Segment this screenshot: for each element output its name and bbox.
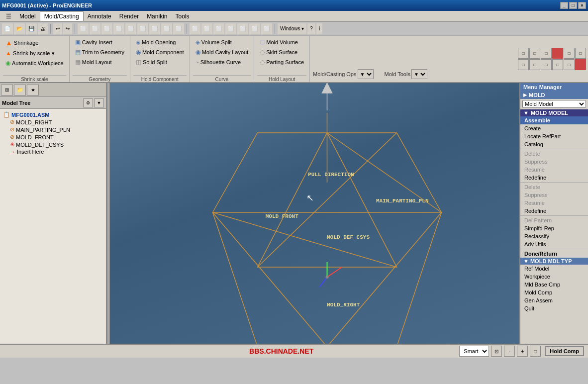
- toolbar-btn10[interactable]: ⬜: [190, 23, 200, 34]
- panel-tab-folder[interactable]: 📁: [14, 85, 26, 96]
- print-button[interactable]: 🖨: [38, 23, 48, 34]
- menu-item-create[interactable]: Create: [520, 124, 588, 132]
- toolbar-btn7[interactable]: ⬜: [149, 23, 160, 34]
- menu-item-done-return[interactable]: Done/Return: [520, 250, 588, 258]
- cavity-insert-button[interactable]: ▣ Cavity Insert: [73, 38, 127, 47]
- redo-button[interactable]: ↪: [63, 23, 72, 34]
- trim-to-geometry-button[interactable]: ▤ Trim to Geometry: [73, 48, 127, 57]
- tree-item-mold-right[interactable]: ⊘ MOLD_RIGHT: [2, 118, 104, 126]
- menu-item-locate-refpart[interactable]: Locate RefPart: [520, 132, 588, 140]
- tree-item-main-parting[interactable]: ⊘ MAIN_PARTING_PLN: [2, 126, 104, 133]
- zoom-fit-button[interactable]: ⊡: [491, 346, 502, 357]
- titlebar-controls[interactable]: _ □ ×: [560, 2, 586, 9]
- menu-item-manikin[interactable]: Manikin: [143, 12, 171, 21]
- icon-cell-5[interactable]: □: [564, 48, 575, 59]
- menu-item-ref-model[interactable]: Ref Model: [520, 265, 588, 273]
- tree-item-insert-here[interactable]: → Insert Here: [2, 148, 104, 155]
- toolbar-btn9[interactable]: ⬜: [173, 23, 184, 34]
- toolbar-btn4[interactable]: ⬜: [113, 23, 124, 34]
- open-button[interactable]: 📂: [14, 23, 25, 34]
- silhouette-curve-button[interactable]: ~ Silhouette Curve: [193, 58, 251, 67]
- info-btn[interactable]: i: [316, 23, 322, 34]
- skirt-surface-button[interactable]: ◌ Skirt Surface: [257, 48, 306, 57]
- menu-item-catalog[interactable]: Catalog: [520, 140, 588, 148]
- new-button[interactable]: 📄: [2, 23, 13, 34]
- zoom-reset-button[interactable]: □: [530, 346, 541, 357]
- help-btn[interactable]: ?: [307, 23, 315, 34]
- toolbar-btn1[interactable]: ⬜: [78, 23, 89, 34]
- menu-item-reclassify[interactable]: Reclassify: [520, 232, 588, 240]
- mold-model-select[interactable]: Mold Model: [522, 100, 586, 108]
- toolbar-btn12[interactable]: ⬜: [213, 23, 224, 34]
- menu-item-list[interactable]: ☰: [2, 12, 15, 21]
- mold-opening-button[interactable]: ◈ Mold Opening: [133, 38, 187, 47]
- menu-item-mold-comp[interactable]: Mold Comp: [520, 288, 588, 296]
- icon-cell-9[interactable]: □: [541, 59, 552, 70]
- toolbar-btn11[interactable]: ⬜: [201, 23, 212, 34]
- icon-cell-3[interactable]: □: [541, 48, 552, 59]
- icon-cell-1[interactable]: □: [518, 48, 529, 59]
- icon-cell-7[interactable]: □: [518, 59, 529, 70]
- mold-ops-dropdown[interactable]: ▼: [358, 69, 374, 79]
- toolbar-btn13[interactable]: ⬜: [225, 23, 236, 34]
- mold-cavity-layout-button[interactable]: ◉ Mold Cavity Layout: [193, 48, 251, 57]
- icon-cell-12[interactable]: [575, 59, 586, 70]
- toolbar-btn6[interactable]: ⬜: [137, 23, 148, 34]
- menu-item-quit[interactable]: Quit: [520, 304, 588, 312]
- menu-item-moldcasting[interactable]: Mold/Casting: [40, 11, 84, 21]
- shrinkage-button[interactable]: ▲ Shrinkage: [3, 38, 66, 48]
- toolbar-btn15[interactable]: ⬜: [249, 23, 260, 34]
- mold-layout-button[interactable]: ▦ Mold Layout: [73, 58, 127, 67]
- tree-item-mold-def-csys[interactable]: ✳ MOLD_DEF_CSYS: [2, 141, 104, 148]
- tree-filter-button[interactable]: ▼: [94, 98, 104, 107]
- tree-item-root[interactable]: 📋 MFG0001.ASM: [2, 111, 104, 118]
- menu-item-tools[interactable]: Tools: [171, 12, 193, 21]
- toolbar-btn8[interactable]: ⬜: [161, 23, 172, 34]
- mold-header[interactable]: ▶ MOLD: [520, 91, 588, 99]
- close-button[interactable]: ×: [578, 2, 586, 9]
- windows-button[interactable]: Windows ▾: [278, 23, 306, 34]
- menu-item-adv-utils[interactable]: Adv Utils: [520, 240, 588, 248]
- menu-item-model[interactable]: Model: [15, 12, 40, 21]
- menu-item-simplfd-rep[interactable]: Simplfd Rep: [520, 224, 588, 232]
- icon-cell-4[interactable]: [552, 48, 563, 59]
- mold-volume-button[interactable]: ⬡ Mold Volume: [257, 38, 306, 47]
- mold-component-button[interactable]: ◉ Mold Component: [133, 48, 187, 57]
- menu-item-gen-assem[interactable]: Gen Assem: [520, 296, 588, 304]
- icon-cell-2[interactable]: □: [529, 48, 540, 59]
- menu-item-redefine-1[interactable]: Redefine: [520, 174, 588, 182]
- panel-tab-tree[interactable]: ⊞: [1, 85, 13, 96]
- viewport[interactable]: PULL DIRECTION MOLD_FRONT MAIN_PARTING_P…: [110, 83, 519, 344]
- volume-split-button[interactable]: ◈ Volume Split: [193, 38, 251, 47]
- menu-item-assemble[interactable]: Assemble: [520, 116, 588, 124]
- menu-item-render[interactable]: Render: [115, 12, 143, 21]
- icon-cell-8[interactable]: □: [529, 59, 540, 70]
- toolbar-btn2[interactable]: ⬜: [90, 23, 100, 34]
- parting-surface-button[interactable]: ◌ Parting Surface: [257, 58, 306, 67]
- minimize-button[interactable]: _: [560, 2, 568, 9]
- toolbar-btn16[interactable]: ⬜: [261, 23, 272, 34]
- undo-button[interactable]: ↩: [53, 23, 62, 34]
- menu-item-workpiece[interactable]: Workpiece: [520, 273, 588, 281]
- toolbar-btn5[interactable]: ⬜: [125, 23, 136, 34]
- icon-cell-11[interactable]: □: [564, 59, 575, 70]
- tree-item-mold-front[interactable]: ⊘ MOLD_FRONT: [2, 133, 104, 141]
- save-button[interactable]: 💾: [26, 23, 37, 34]
- menu-item-redefine-2[interactable]: Redefine: [520, 207, 588, 215]
- panel-tab-star[interactable]: ★: [27, 85, 39, 96]
- smart-select[interactable]: Smart: [459, 346, 489, 357]
- zoom-out-button[interactable]: -: [504, 346, 515, 357]
- maximize-button[interactable]: □: [569, 2, 577, 9]
- icon-cell-6[interactable]: □: [575, 48, 586, 59]
- toolbar-btn14[interactable]: ⬜: [237, 23, 248, 34]
- tree-settings-button[interactable]: ⚙: [83, 98, 93, 107]
- toolbar-btn3[interactable]: ⬜: [101, 23, 112, 34]
- mold-tools-dropdown[interactable]: ▼: [411, 69, 427, 79]
- auto-workpiece-button[interactable]: ◉ Automatic Workpiece: [3, 59, 66, 68]
- zoom-in-button[interactable]: +: [517, 346, 528, 357]
- hold-comp-button[interactable]: Hold Comp: [545, 346, 584, 356]
- menu-item-mld-base-cmp[interactable]: Mld Base Cmp: [520, 281, 588, 288]
- icon-cell-10[interactable]: □: [552, 59, 563, 70]
- menu-item-annotate[interactable]: Annotate: [84, 12, 115, 21]
- shrink-by-scale-button[interactable]: ▲ Shrink by scale ▾: [3, 49, 66, 58]
